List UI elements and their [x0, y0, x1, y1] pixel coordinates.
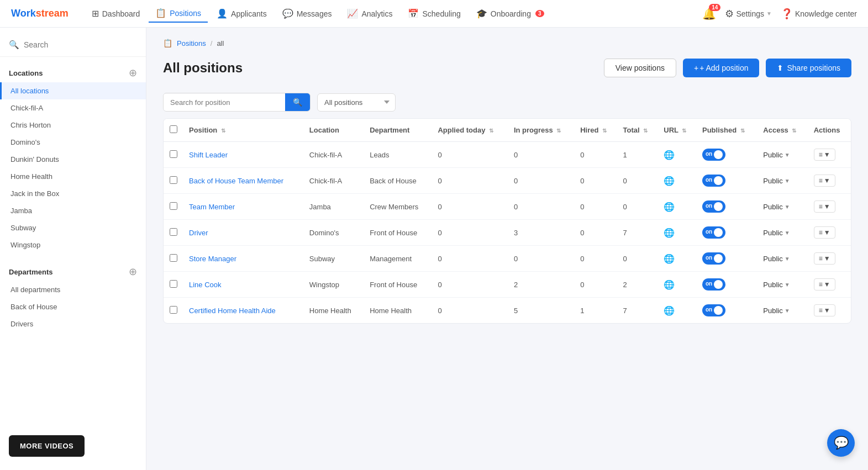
- add-department-button[interactable]: ⊕: [129, 266, 137, 278]
- row-checkbox[interactable]: [170, 150, 177, 158]
- published-toggle[interactable]: on: [702, 304, 725, 316]
- published-toggle[interactable]: on: [702, 200, 725, 213]
- actions-button[interactable]: ≡ ▼: [814, 304, 835, 316]
- globe-icon[interactable]: 🌐: [664, 254, 675, 263]
- published-toggle[interactable]: on: [702, 278, 725, 291]
- globe-icon[interactable]: 🌐: [664, 228, 675, 237]
- more-videos-button[interactable]: MORE VIDEOS: [9, 435, 85, 457]
- nav-analytics[interactable]: 📈 Analytics: [340, 5, 399, 22]
- sidebar-item-all-departments[interactable]: All departments: [0, 281, 146, 298]
- sidebar-item-home-health[interactable]: Home Health: [0, 168, 146, 185]
- actions-button[interactable]: ≡ ▼: [814, 252, 835, 265]
- row-published: on: [697, 298, 757, 324]
- col-published[interactable]: Published ⇅: [697, 119, 757, 142]
- col-url[interactable]: URL ⇅: [658, 119, 697, 142]
- nav-messages[interactable]: 💬 Messages: [276, 5, 339, 22]
- access-dropdown[interactable]: Public ▼: [763, 229, 802, 237]
- add-position-button[interactable]: + + Add position: [683, 59, 760, 77]
- nav-applicants[interactable]: 👤 Applicants: [210, 5, 273, 22]
- plus-icon: +: [694, 64, 698, 72]
- breadcrumb-positions[interactable]: Positions: [177, 39, 206, 47]
- sidebar-item-jamba[interactable]: Jamba: [0, 202, 146, 219]
- brand-logo[interactable]: Workstream: [11, 8, 69, 19]
- position-link[interactable]: Back of House Team Member: [189, 177, 283, 185]
- row-url: 🌐: [658, 220, 697, 246]
- sidebar-item-jack-in-the-box[interactable]: Jack in the Box: [0, 185, 146, 202]
- share-positions-button[interactable]: ⬆ Share positions: [766, 59, 851, 77]
- globe-icon[interactable]: 🌐: [664, 176, 675, 186]
- row-checkbox[interactable]: [170, 228, 177, 236]
- sidebar-item-all-locations[interactable]: All locations: [0, 82, 146, 99]
- nav-onboarding[interactable]: 🎓 Onboarding 3: [470, 5, 551, 22]
- published-toggle[interactable]: on: [702, 149, 725, 161]
- sidebar-item-chick-fil-a[interactable]: Chick-fil-A: [0, 99, 146, 117]
- row-checkbox[interactable]: [170, 280, 177, 288]
- published-toggle[interactable]: on: [702, 226, 725, 239]
- position-link[interactable]: Team Member: [189, 203, 235, 211]
- actions-button[interactable]: ≡ ▼: [814, 226, 835, 239]
- globe-icon[interactable]: 🌐: [664, 280, 675, 289]
- sidebar-item-chris-horton[interactable]: Chris Horton: [0, 117, 146, 134]
- row-position: Back of House Team Member: [183, 168, 304, 194]
- access-dropdown[interactable]: Public ▼: [763, 255, 802, 263]
- actions-button[interactable]: ≡ ▼: [814, 200, 835, 213]
- sidebar-item-wingstop[interactable]: Wingstop: [0, 236, 146, 254]
- actions-button[interactable]: ≡ ▼: [814, 149, 835, 161]
- knowledge-center[interactable]: ❓ Knowledge center: [781, 8, 857, 20]
- globe-icon[interactable]: 🌐: [664, 202, 675, 212]
- col-applied-today[interactable]: Applied today ⇅: [432, 119, 508, 142]
- col-hired[interactable]: Hired ⇅: [575, 119, 617, 142]
- access-dropdown[interactable]: Public ▼: [763, 203, 802, 211]
- sidebar-item-subway[interactable]: Subway: [0, 219, 146, 236]
- row-checkbox[interactable]: [170, 254, 177, 262]
- search-input[interactable]: [24, 40, 137, 49]
- col-in-progress[interactable]: In progress ⇅: [508, 119, 575, 142]
- actions-button[interactable]: ≡ ▼: [814, 278, 835, 291]
- col-position[interactable]: Position ⇅: [183, 119, 304, 142]
- position-link[interactable]: Line Cook: [189, 281, 222, 289]
- nav-dashboard[interactable]: ⊞ Dashboard: [85, 5, 147, 22]
- position-link[interactable]: Certified Home Health Aide: [189, 307, 276, 315]
- col-total[interactable]: Total ⇅: [618, 119, 659, 142]
- access-dropdown[interactable]: Public ▼: [763, 281, 802, 289]
- globe-icon[interactable]: 🌐: [664, 150, 675, 160]
- access-label: Public: [763, 281, 782, 289]
- row-checkbox[interactable]: [170, 176, 177, 184]
- access-label: Public: [763, 151, 782, 159]
- globe-icon[interactable]: 🌐: [664, 306, 675, 315]
- position-link[interactable]: Shift Leader: [189, 151, 228, 159]
- row-checkbox[interactable]: [170, 202, 177, 210]
- select-all-checkbox[interactable]: [170, 125, 177, 133]
- notifications-bell[interactable]: 🔔 14: [702, 7, 716, 20]
- position-link[interactable]: Store Manager: [189, 255, 236, 263]
- sidebar-item-dominos[interactable]: Domino's: [0, 134, 146, 151]
- row-position: Line Cook: [183, 272, 304, 298]
- access-dropdown[interactable]: Public ▼: [763, 151, 802, 159]
- position-search-button[interactable]: 🔍: [285, 93, 310, 111]
- access-dropdown[interactable]: Public ▼: [763, 307, 802, 315]
- actions-list-icon: ≡: [819, 281, 823, 288]
- sidebar-item-drivers[interactable]: Drivers: [0, 315, 146, 332]
- sidebar-item-dunkin-donuts[interactable]: Dunkin' Donuts: [0, 151, 146, 168]
- actions-button[interactable]: ≡ ▼: [814, 175, 835, 187]
- published-toggle[interactable]: on: [702, 175, 725, 187]
- col-department[interactable]: Department: [364, 119, 432, 142]
- nav-scheduling[interactable]: 📅 Scheduling: [401, 5, 467, 22]
- positions-filter-dropdown[interactable]: All positions Active positions Inactive …: [317, 93, 396, 112]
- positions-table: Position ⇅ Location Department Applied t…: [163, 118, 851, 324]
- settings-menu[interactable]: ⚙ Settings ▼: [725, 8, 772, 20]
- add-location-button[interactable]: ⊕: [129, 67, 137, 79]
- sidebar-item-back-of-house[interactable]: Back of House: [0, 298, 146, 315]
- chat-bubble-button[interactable]: 💬: [827, 429, 855, 457]
- top-navigation: Workstream ⊞ Dashboard 📋 Positions 👤 App…: [0, 0, 868, 28]
- row-published: on: [697, 194, 757, 220]
- view-positions-button[interactable]: View positions: [604, 59, 676, 77]
- nav-positions[interactable]: 📋 Positions: [149, 4, 208, 23]
- position-search-input[interactable]: [164, 94, 285, 111]
- col-access[interactable]: Access ⇅: [757, 119, 808, 142]
- position-link[interactable]: Driver: [189, 229, 208, 237]
- published-toggle[interactable]: on: [702, 252, 725, 265]
- access-dropdown[interactable]: Public ▼: [763, 177, 802, 185]
- row-checkbox[interactable]: [170, 306, 177, 314]
- col-location[interactable]: Location: [304, 119, 364, 142]
